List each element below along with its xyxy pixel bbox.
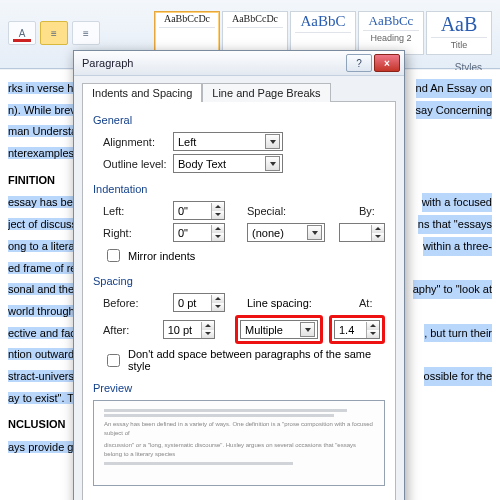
align-center-button[interactable]: ≡ [72,21,100,45]
special-select[interactable]: (none) [247,223,325,242]
no-space-same-style-checkbox[interactable]: Don't add space between paragraphs of th… [103,348,385,372]
tab-line-page-breaks[interactable]: Line and Page Breaks [202,83,330,102]
tab-indents-spacing[interactable]: Indents and Spacing [82,83,202,102]
at-label: At: [359,297,385,309]
paragraph-dialog: Paragraph ? × Indents and Spacing Line a… [73,50,405,500]
outline-label: Outline level: [93,158,167,170]
indent-left-label: Left: [93,205,167,217]
by-spinner[interactable] [339,223,385,242]
line-spacing-select[interactable]: Multiple [240,320,318,339]
indent-right-spinner[interactable]: 0" [173,223,225,242]
dialog-tabs: Indents and Spacing Line and Page Breaks [74,76,404,101]
before-label: Before: [93,297,167,309]
dialog-title: Paragraph [82,57,344,69]
tab-panel: General Alignment: Left Outline level: B… [82,101,396,500]
indent-right-label: Right: [93,227,167,239]
align-left-button[interactable]: ≡ [40,21,68,45]
style-item[interactable]: AaBTitle [426,11,492,55]
group-general: General Alignment: Left Outline level: B… [93,114,385,173]
outline-level-select[interactable]: Body Text [173,154,283,173]
by-label: By: [359,205,385,217]
at-spinner[interactable]: 1.4 [334,320,380,339]
chevron-down-icon [265,156,280,171]
chevron-down-icon [300,322,315,337]
after-label: After: [93,324,157,336]
indent-left-spinner[interactable]: 0" [173,201,225,220]
style-item[interactable]: AaBbCcDc [154,11,220,55]
chevron-down-icon [307,225,322,240]
mirror-indents-checkbox[interactable]: Mirror indents [103,246,385,265]
style-item[interactable]: AaBbC [290,11,356,55]
chevron-down-icon [265,134,280,149]
before-spinner[interactable]: 0 pt [173,293,225,312]
close-button[interactable]: × [374,54,400,72]
help-button[interactable]: ? [346,54,372,72]
group-spacing: Spacing Before: 0 pt Line spacing: At: A… [93,275,385,372]
font-color-button[interactable]: A [8,21,36,45]
dialog-titlebar[interactable]: Paragraph ? × [74,51,404,76]
alignment-label: Alignment: [93,136,167,148]
after-spinner[interactable]: 10 pt [163,320,215,339]
style-item[interactable]: AaBbCcDc [222,11,288,55]
special-label: Special: [247,205,295,217]
alignment-select[interactable]: Left [173,132,283,151]
group-indentation: Indentation Left: 0" Special: By: Right:… [93,183,385,265]
highlight-ring: 1.4 [329,315,385,344]
line-spacing-label: Line spacing: [247,297,312,309]
group-preview: Preview An essay has been defined in a v… [93,382,385,486]
style-item[interactable]: AaBbCcHeading 2 [358,11,424,55]
highlight-ring: Multiple [235,315,323,344]
preview-box: An essay has been defined in a variety o… [93,400,385,486]
style-gallery: AaBbCcDc AaBbCcDc AaBbC AaBbCcHeading 2 … [154,11,492,55]
